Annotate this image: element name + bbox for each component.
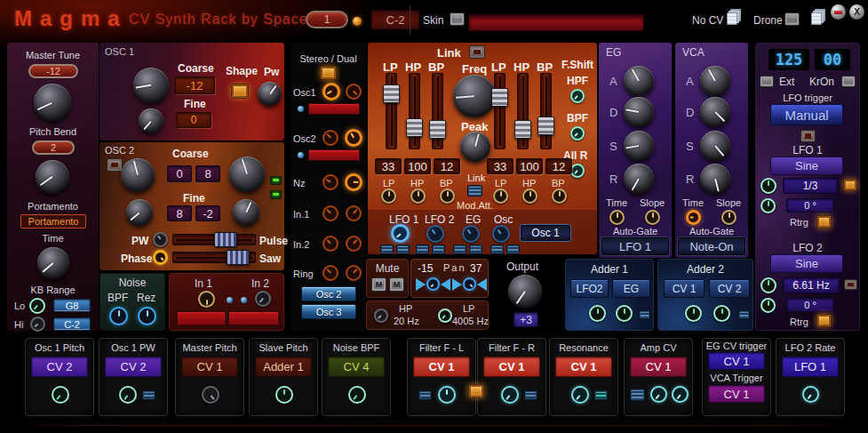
filter-hp-slider-left[interactable] <box>409 73 420 149</box>
lfo2-rate-knob[interactable] <box>760 277 776 293</box>
mixer-nz-left-knob[interactable] <box>323 174 338 190</box>
lfo2-phase-display[interactable]: 0 ° <box>786 298 834 312</box>
adder1-mode-button[interactable] <box>639 310 650 319</box>
filter-bp-mod-knob-left[interactable] <box>440 188 455 204</box>
lfo-trigger-mode-button[interactable]: Manual <box>770 104 843 125</box>
filter-lp-slider-left-handle[interactable] <box>383 84 400 103</box>
adder1-input2-button[interactable]: EG <box>612 279 650 298</box>
osc2-phase-knob[interactable] <box>153 250 168 265</box>
osc2-sync-led-2[interactable] <box>270 190 282 199</box>
output-value-display[interactable]: +3 <box>514 312 538 327</box>
pan-right-knob[interactable] <box>463 277 476 291</box>
mod-dest-button-6[interactable] <box>469 245 482 254</box>
eg-time-knob[interactable] <box>609 210 625 225</box>
mixer-ring-right-knob[interactable] <box>346 265 362 281</box>
lp-cutoff-knob[interactable] <box>438 309 452 323</box>
osc2-saw-slider-handle[interactable] <box>227 250 250 265</box>
portamento-mode-button[interactable]: Portamento <box>20 214 86 229</box>
cv-slot-amount-knob[interactable] <box>348 386 366 404</box>
mod-dest-button-8[interactable] <box>506 245 520 254</box>
osc2-coarse-right-display[interactable]: 8 <box>195 165 220 182</box>
hp-value[interactable]: 20 Hz <box>394 316 419 326</box>
mod-dest-button-2[interactable] <box>396 245 410 254</box>
cv-slot-source-display-2[interactable]: CV 1 <box>708 385 765 403</box>
master-tune-knob[interactable] <box>34 84 71 121</box>
lfo1-rate-display[interactable]: 1/3 <box>783 178 838 194</box>
fshift-bpf-knob[interactable] <box>570 126 585 140</box>
mod-dest-button-1[interactable] <box>380 245 394 254</box>
filter-hp-mod-knob-left[interactable] <box>410 188 426 204</box>
adder2-level1-knob[interactable] <box>685 305 702 322</box>
filter-hp-slider-right[interactable] <box>517 73 529 149</box>
mod-dest-button-4[interactable] <box>432 245 445 254</box>
mixer-osc2-right-knob[interactable] <box>345 129 362 147</box>
filter-hp-slider-right-handle[interactable] <box>514 120 531 139</box>
filter-bp-value-right[interactable]: 12 <box>545 158 572 174</box>
osc2-fine-left-knob[interactable] <box>126 199 153 226</box>
cv-slot-source-display[interactable]: CV 1 <box>483 357 540 377</box>
cv-slot-amount-knob[interactable] <box>501 386 519 404</box>
cv-slot-mode-button[interactable] <box>630 389 645 401</box>
adder1-level2-knob[interactable] <box>616 305 633 322</box>
adder1-level1-knob[interactable] <box>589 305 606 322</box>
filter-bp-slider-right-handle[interactable] <box>538 116 554 135</box>
eg-sustain-knob[interactable] <box>624 131 654 161</box>
filter-freq-knob[interactable] <box>453 75 496 117</box>
osc2-coarse-left-display[interactable]: 0 <box>167 165 192 182</box>
mod-dest-button-7[interactable] <box>490 245 504 254</box>
cv-slot-source-display[interactable]: CV 4 <box>328 357 385 377</box>
filter-bp-value-left[interactable]: 12 <box>434 158 460 174</box>
lfo1-phase-display[interactable]: 0 ° <box>786 198 834 212</box>
cv-slot-mode-button[interactable] <box>418 390 432 400</box>
pitch-bend-display[interactable]: 2 <box>32 140 75 155</box>
portamento-time-knob[interactable] <box>37 247 69 279</box>
filter-lp-value-left[interactable]: 33 <box>375 158 402 174</box>
mute-right-button[interactable]: M <box>389 277 404 292</box>
eg-decay-knob[interactable] <box>624 97 654 127</box>
stereo-dual-button[interactable] <box>320 66 337 80</box>
kb-lo-knob[interactable] <box>29 298 45 314</box>
fshift-hpf-knob[interactable] <box>570 89 585 103</box>
vca-attack-knob[interactable] <box>700 66 730 96</box>
cv-slot-source-display[interactable]: CV 1 <box>555 357 612 377</box>
eg-slope-knob[interactable] <box>645 210 660 225</box>
mixer-ring-left-knob[interactable] <box>323 265 338 281</box>
drone-button[interactable] <box>784 12 800 26</box>
cv-slot-source-display[interactable]: Adder 1 <box>255 357 312 377</box>
cv-slot-source-display[interactable]: CV 1 <box>181 357 238 377</box>
mixer-osc2-left-knob[interactable] <box>323 130 338 146</box>
vca-sustain-knob[interactable] <box>700 131 730 161</box>
lfo2-phase-knob[interactable] <box>760 298 776 313</box>
vca-decay-knob[interactable] <box>700 97 730 127</box>
filter-hp-mod-knob-right[interactable] <box>522 188 538 204</box>
lfo1-rate-knob[interactable] <box>760 178 776 194</box>
octave-display[interactable]: C-2 <box>371 10 419 29</box>
fshift-allr-knob[interactable] <box>570 164 585 178</box>
mixer-in1-right-knob[interactable] <box>346 205 362 221</box>
mod-osc-route-button[interactable]: Osc 1 <box>521 225 570 241</box>
bpm-display[interactable]: 125 <box>768 49 809 70</box>
cv-slot-amount-knob[interactable] <box>275 386 293 404</box>
kb-hi-knob[interactable] <box>30 317 45 332</box>
minimize-button[interactable] <box>831 4 846 20</box>
eg-attack-knob[interactable] <box>624 66 654 96</box>
filter-cv-link-button[interactable] <box>468 384 484 398</box>
filter-lp-value-right[interactable]: 33 <box>487 158 514 174</box>
osc2-coarse-right-knob[interactable] <box>229 156 265 192</box>
mixer-osc1-left-knob[interactable] <box>323 83 340 100</box>
lfo-trigger-fire-button[interactable] <box>800 130 816 142</box>
eg-gate-mode-button[interactable]: LFO 1 <box>601 237 669 255</box>
vca-time-knob[interactable] <box>686 210 701 225</box>
osc2-sync-led-1[interactable] <box>270 176 282 185</box>
cv-slot-source-display[interactable]: LFO 1 <box>782 357 839 377</box>
filter-peak-knob[interactable] <box>460 132 490 162</box>
lfo1-rtrg-button[interactable] <box>816 215 832 229</box>
no-cv-pages-icon[interactable] <box>727 12 737 25</box>
osc1-coarse-display[interactable]: -12 <box>174 76 215 94</box>
mod-dest-button-3[interactable] <box>416 245 429 254</box>
mod-osc-knob[interactable] <box>492 225 510 243</box>
pan-right-control[interactable] <box>452 277 487 291</box>
cv-slot-source-display[interactable]: CV 1 <box>630 357 687 377</box>
osc2-fine-left-display[interactable]: 8 <box>167 205 192 221</box>
filter-lp-slider-right[interactable] <box>494 73 506 149</box>
